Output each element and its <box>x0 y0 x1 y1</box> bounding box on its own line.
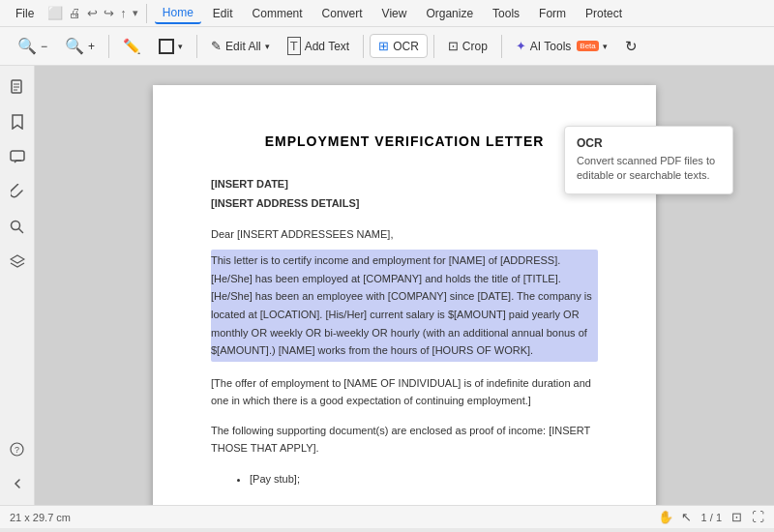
crop-label: Crop <box>462 40 488 53</box>
sidebar-page-icon[interactable] <box>4 74 31 101</box>
edit-all-label: Edit All <box>225 40 261 53</box>
address-field: [INSERT ADDRESS DETAILS] <box>211 197 598 209</box>
edit-all-icon: ✎ <box>211 39 222 53</box>
greeting: Dear [INSERT ADDRESSEES NAME], <box>211 228 598 240</box>
highlighted-paragraph[interactable]: This letter is to certify income and emp… <box>211 250 598 362</box>
ai-tools-button[interactable]: ✦ AI Tools Beta ▾ <box>508 35 615 57</box>
sidebar-comment-icon[interactable] <box>4 143 31 170</box>
view-menu-item[interactable]: View <box>374 4 415 23</box>
share-icon[interactable]: ↑ <box>120 6 127 20</box>
svg-line-6 <box>19 228 23 232</box>
zoom-out-icon: 🔍 <box>17 37 37 55</box>
crop-button[interactable]: ⊡ Crop <box>440 35 495 57</box>
crop-icon: ⊡ <box>448 39 459 53</box>
sidebar-search-icon[interactable] <box>4 213 31 240</box>
hand-tool-icon[interactable]: ✋ <box>658 510 673 524</box>
add-text-button[interactable]: T Add Text <box>280 33 357 59</box>
ocr-label: OCR <box>393 40 419 53</box>
sidebar-attachment-icon[interactable] <box>4 178 31 205</box>
convert-menu-item[interactable]: Convert <box>314 4 371 23</box>
separator-1 <box>108 35 109 58</box>
status-bar: 21 x 29.7 cm ✋ ↖ 1 / 1 ⊡ ⛶ <box>0 505 774 528</box>
ocr-button[interactable]: ⊞ OCR <box>370 34 428 58</box>
beta-badge: Beta <box>577 41 598 51</box>
fit-page-icon[interactable]: ⊡ <box>731 510 742 524</box>
edit-all-dropdown-icon: ▾ <box>265 42 270 51</box>
svg-rect-4 <box>11 151 24 161</box>
menu-bar: File ⬜ 🖨 ↩ ↪ ↑ ▾ Home Edit Comment Conve… <box>0 0 774 27</box>
dropdown-icon[interactable]: ▾ <box>133 7 138 19</box>
svg-text:?: ? <box>15 445 19 455</box>
highlight-icon: ✏️ <box>123 38 141 55</box>
paragraph-2: [The offer of employment to [NAME OF IND… <box>211 375 598 409</box>
ocr-tooltip-description: Convert scanned PDF files to editable or… <box>577 154 721 184</box>
protect-menu-item[interactable]: Protect <box>578 4 630 23</box>
document-area: OCR Convert scanned PDF files to editabl… <box>35 66 774 505</box>
organize-menu-item[interactable]: Organize <box>418 4 481 23</box>
status-bar-right: ✋ ↖ 1 / 1 ⊡ ⛶ <box>658 510 764 524</box>
ocr-tooltip-title: OCR <box>577 136 721 150</box>
home-menu-item[interactable]: Home <box>155 3 201 24</box>
page-info: 1 / 1 <box>701 512 722 523</box>
status-icons: ✋ ↖ <box>658 510 692 524</box>
sidebar-layers-icon[interactable] <box>4 248 31 275</box>
add-text-label: Add Text <box>305 40 349 53</box>
separator-5 <box>501 35 502 58</box>
select-dropdown-icon: ▾ <box>178 42 183 51</box>
refresh-icon: ↻ <box>625 38 638 55</box>
paragraph-3: The following supporting document(s) are… <box>211 423 598 457</box>
separator-2 <box>196 35 197 58</box>
date-field: [INSERT DATE] <box>211 178 598 190</box>
undo-icon[interactable]: ↩ <box>87 6 98 20</box>
zoom-out-icon-minus: − <box>41 40 47 53</box>
ocr-tooltip: OCR Convert scanned PDF files to editabl… <box>564 126 733 194</box>
sidebar-bookmark-icon[interactable] <box>4 108 31 135</box>
edit-menu-item[interactable]: Edit <box>205 4 241 23</box>
add-text-icon: T <box>287 37 301 55</box>
redo-icon[interactable]: ↪ <box>104 6 114 20</box>
zoom-in-icon: 🔍 <box>65 37 84 55</box>
separator-3 <box>363 35 364 58</box>
ocr-icon: ⊞ <box>378 39 389 53</box>
zoom-out-button[interactable]: 🔍 − <box>10 33 55 59</box>
fullscreen-icon[interactable]: ⛶ <box>752 510 764 524</box>
tools-menu-item[interactable]: Tools <box>485 4 527 23</box>
select-icon <box>159 39 174 54</box>
main-layout: ? OCR Convert scanned PDF files to edita… <box>0 66 774 505</box>
document-title: EMPLOYMENT VERIFICATION LETTER <box>211 133 598 149</box>
bullet-item-1: [Pay stub]; <box>250 471 598 488</box>
cursor-tool-icon[interactable]: ↖ <box>681 510 692 524</box>
highlight-button[interactable]: ✏️ <box>115 34 149 59</box>
ai-tools-label: AI Tools <box>530 40 571 53</box>
ai-tools-dropdown-icon: ▾ <box>603 42 608 51</box>
toolbar: 🔍 − 🔍 + ✏️ ▾ ✎ Edit All ▾ T Add Text ⊞ O… <box>0 27 774 66</box>
window-icon: ⬜ <box>47 6 63 20</box>
select-button[interactable]: ▾ <box>151 35 191 58</box>
file-menu-item[interactable]: File <box>8 4 42 23</box>
refresh-button[interactable]: ↻ <box>617 34 645 59</box>
form-menu-item[interactable]: Form <box>531 4 574 23</box>
separator-4 <box>433 35 434 58</box>
left-sidebar: ? <box>0 66 35 505</box>
print-icon[interactable]: 🖨 <box>69 6 81 20</box>
ai-tools-icon: ✦ <box>516 39 526 53</box>
file-icon-group: File ⬜ 🖨 ↩ ↪ ↑ ▾ <box>8 4 147 23</box>
sidebar-collapse-icon[interactable] <box>4 470 31 497</box>
comment-menu-item[interactable]: Comment <box>245 4 311 23</box>
dimensions-label: 21 x 29.7 cm <box>10 512 71 523</box>
zoom-in-button[interactable]: 🔍 + <box>57 33 103 59</box>
sidebar-help-icon[interactable]: ? <box>4 435 31 462</box>
zoom-in-icon-plus: + <box>88 40 95 53</box>
menu-bar-left: File ⬜ 🖨 ↩ ↪ ↑ ▾ Home Edit Comment Conve… <box>8 3 630 24</box>
edit-all-button[interactable]: ✎ Edit All ▾ <box>203 35 278 57</box>
